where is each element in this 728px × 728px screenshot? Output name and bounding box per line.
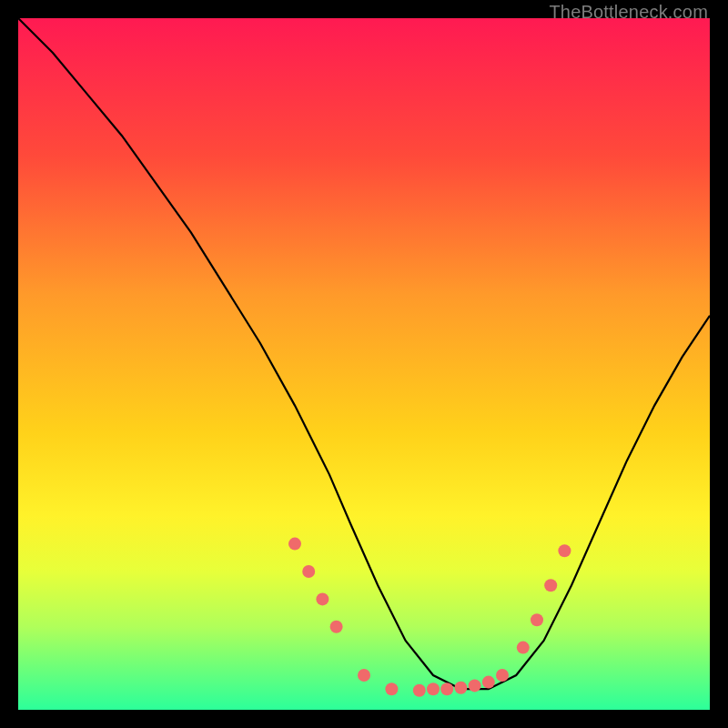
marker-point — [302, 565, 315, 578]
marker-point — [496, 669, 509, 682]
marker-point — [440, 682, 453, 695]
marker-point — [558, 544, 571, 557]
marker-point — [316, 592, 329, 605]
marker-point — [517, 642, 530, 654]
marker-point — [531, 613, 543, 626]
marker-point — [454, 682, 467, 694]
marker-point — [413, 684, 426, 697]
watermark-text: TheBottleneck.com — [549, 2, 708, 23]
marker-point — [427, 682, 440, 695]
chart-svg — [18, 18, 710, 710]
marker-point — [288, 538, 301, 551]
marker-point — [385, 682, 398, 695]
marker-point — [330, 621, 343, 633]
marker-point — [469, 679, 481, 692]
gradient-background — [18, 18, 710, 710]
chart-frame — [18, 18, 710, 710]
marker-point — [358, 669, 370, 682]
marker-point — [544, 579, 557, 592]
marker-point — [482, 676, 495, 689]
